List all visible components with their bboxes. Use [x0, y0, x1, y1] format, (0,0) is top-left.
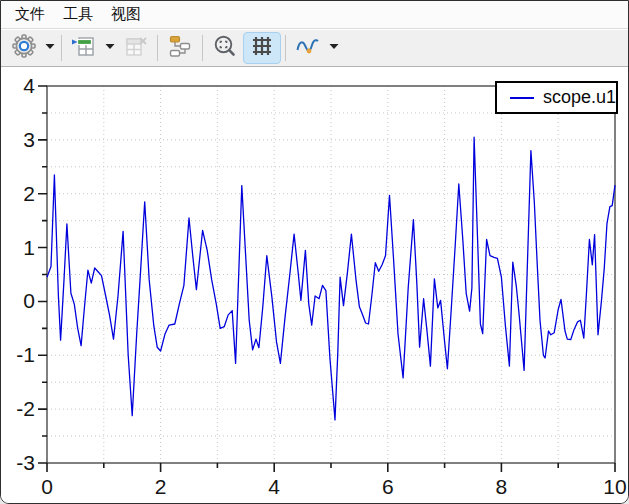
add-plot-window-button[interactable]: [66, 32, 102, 64]
toolbar-separator: [61, 35, 62, 61]
x-tick-label: 2: [155, 475, 167, 498]
y-tick-label: -3: [16, 451, 35, 474]
signal-curve-dropdown-button[interactable]: [326, 33, 341, 63]
signal-curve-button[interactable]: [290, 32, 326, 64]
y-tick-label: 2: [23, 182, 35, 205]
settings-dropdown-button[interactable]: [42, 33, 57, 63]
caret-down-icon: [45, 33, 55, 63]
x-tick-label: 8: [496, 475, 508, 498]
x-tick-label: 10: [603, 475, 626, 498]
menubar: 文件 工具 视图: [1, 1, 628, 29]
remove-plot-window-button: [117, 32, 153, 64]
fit-in-view-button[interactable]: [207, 32, 243, 64]
x-tick-label: 4: [268, 475, 280, 498]
toolbar-separator: [157, 35, 158, 61]
diagram-window-button[interactable]: [162, 32, 198, 64]
caret-down-icon: [105, 33, 115, 63]
menu-file[interactable]: 文件: [7, 2, 53, 27]
y-tick-label: -1: [16, 343, 35, 366]
y-tick-label: 4: [23, 74, 35, 97]
x-tick-label: 6: [382, 475, 394, 498]
add-plot-icon: [71, 33, 97, 63]
plot-window: 文件 工具 视图: [0, 0, 629, 504]
diagram-icon: [167, 33, 193, 63]
y-tick-label: -2: [16, 397, 35, 420]
caret-down-icon: [329, 33, 339, 63]
grid-toggle-button[interactable]: [243, 32, 281, 64]
menu-view[interactable]: 视图: [103, 2, 149, 27]
y-tick-label: 0: [23, 289, 35, 312]
plot-canvas[interactable]: 0246810-3-2-101234: [1, 68, 629, 504]
y-tick-label: 1: [23, 236, 35, 259]
menu-tools[interactable]: 工具: [55, 2, 101, 27]
wave-icon: [294, 33, 322, 63]
legend-line-swatch: [510, 97, 534, 99]
toolbar: [1, 30, 628, 67]
zoom-fit-icon: [212, 33, 238, 63]
settings-button[interactable]: [6, 32, 42, 64]
add-plot-dropdown-button[interactable]: [102, 33, 117, 63]
toolbar-separator: [285, 35, 286, 61]
remove-plot-icon: [122, 33, 148, 63]
x-tick-label: 0: [41, 475, 53, 498]
y-tick-label: 3: [23, 128, 35, 151]
legend-label: scope.u1: [543, 87, 616, 108]
gear-icon: [11, 33, 37, 63]
toolbar-separator: [202, 35, 203, 61]
grid-icon: [249, 33, 275, 63]
plot-panel: 0246810-3-2-101234: [1, 68, 629, 504]
legend: scope.u1: [495, 81, 618, 114]
